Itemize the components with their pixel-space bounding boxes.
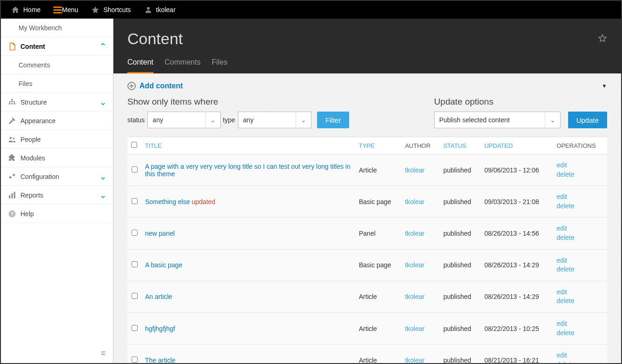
filter-button[interactable]: Filter [317,112,349,128]
file-icon [7,42,17,51]
header-title[interactable]: TITLE [141,137,355,154]
toolbar-user[interactable]: tkolear [138,0,182,19]
sidebar-item-label: Help [20,210,34,218]
svg-rect-4 [14,103,15,104]
author-link[interactable]: tkolear [405,166,424,174]
cell-updated: 09/06/2013 - 12:06 [481,154,553,186]
cell-status: published [440,281,481,312]
sidebar-item-comments[interactable]: Comments [1,56,113,74]
content-title-link[interactable]: An article [145,293,172,300]
content-title-link[interactable]: new panel [145,230,175,237]
sidebar-item-appearance[interactable]: Appearance [1,112,113,130]
menu-icon [53,7,62,13]
content-title-link[interactable]: Something else [145,198,190,205]
row-checkbox[interactable] [132,198,138,204]
collapse-icon [100,351,106,357]
edit-link[interactable]: edit [556,256,603,265]
cell-updated: 08/21/2013 - 16:21 [481,344,553,363]
tab-files[interactable]: Files [212,58,227,73]
user-icon [144,6,152,14]
row-checkbox[interactable] [132,230,138,236]
favorite-star[interactable] [598,33,607,44]
row-checkbox[interactable] [132,325,138,331]
status-label: status [127,116,145,124]
edit-link[interactable]: edit [556,319,603,329]
delete-link[interactable]: delete [556,233,603,243]
tab-content[interactable]: Content [127,58,153,73]
content-title-link[interactable]: A basic page [145,261,182,269]
delete-link[interactable]: delete [556,202,603,211]
author-link[interactable]: tkolear [405,325,424,332]
update-select[interactable]: Publish selected content ⌄ [434,112,561,128]
sidebar-collapse[interactable] [1,346,113,363]
header-author[interactable]: AUTHOR [401,137,439,154]
author-link[interactable]: tkolear [405,198,424,205]
author-link[interactable]: tkolear [405,230,424,237]
row-checkbox[interactable] [132,293,138,299]
sidebar-item-help[interactable]: ?Help [1,205,113,223]
home-icon [11,6,20,14]
content-title-link[interactable]: hgfjhgfjhgf [145,325,175,332]
add-content-link[interactable]: Add content [127,82,183,90]
header-checkbox[interactable] [127,137,141,154]
cell-type: Article [355,344,401,363]
header-status[interactable]: STATUS [440,137,481,154]
toolbar-menu-label: Menu [62,6,78,13]
content-title-link[interactable]: A page with a very very very long title … [145,163,351,178]
header-updated[interactable]: UPDATED [481,137,553,154]
header-type[interactable]: TYPE [355,137,401,154]
cell-status: published [440,218,481,249]
cell-type: Basic page [355,249,401,281]
sidebar-item-configuration[interactable]: Configuration⌄ [1,167,113,186]
status-select[interactable]: any ⌄ [147,112,221,128]
update-button[interactable]: Update [568,112,607,128]
row-checkbox[interactable] [132,261,138,267]
author-link[interactable]: tkolear [405,261,424,269]
chevron-down-icon: ⌄ [205,112,216,128]
toolbar-home[interactable]: Home [5,0,47,19]
sidebar-item-modules[interactable]: Modules [1,149,113,167]
edit-link[interactable]: edit [556,192,603,202]
toolbar-shortcuts[interactable]: Shortcuts [85,0,137,19]
delete-link[interactable]: delete [556,329,603,338]
sidebar-item-files[interactable]: Files [1,74,113,93]
table-row: new panelPaneltkolearpublished08/26/2013… [127,218,607,249]
update-heading: Update options [434,97,607,107]
chevron-down-icon: ⌄ [545,112,556,128]
sidebar-item-reports[interactable]: Reports⌄ [1,186,113,205]
toolbar-shortcuts-label: Shortcuts [103,6,131,13]
content-title-link[interactable]: The article [145,357,175,363]
type-select[interactable]: any ⌄ [238,112,311,128]
sidebar-item-people[interactable]: People [1,130,113,149]
row-checkbox[interactable] [132,357,138,363]
delete-link[interactable]: delete [556,265,603,274]
edit-link[interactable]: edit [556,288,603,297]
delete-link[interactable]: delete [556,297,603,306]
modules-icon [7,154,17,162]
star-outline-icon [598,33,607,43]
row-checkbox[interactable] [132,166,138,172]
edit-link[interactable]: edit [556,161,603,170]
author-link[interactable]: tkolear [405,357,424,363]
delete-link[interactable]: delete [556,360,603,363]
tab-comments[interactable]: Comments [165,58,200,73]
edit-link[interactable]: edit [556,351,603,360]
toolbar-menu[interactable]: Menu [47,0,85,19]
select-all-checkbox[interactable] [131,142,137,148]
add-content-label: Add content [139,82,183,90]
svg-point-0 [147,7,150,10]
edit-link[interactable]: edit [556,224,603,233]
sidebar-item-label: People [20,136,41,143]
sidebar-item-content[interactable]: Content⌃ [1,37,113,56]
sidebar-item-my-workbench[interactable]: My Workbench [1,19,113,37]
update-group: Update options Publish selected content … [434,97,607,128]
chevron-up-icon: ⌃ [99,41,106,52]
delete-link[interactable]: delete [556,170,603,179]
chevron-down-icon: ⌄ [99,190,106,200]
sidebar-item-structure[interactable]: Structure⌄ [1,93,113,112]
svg-rect-8 [12,193,13,198]
disclosure-toggle[interactable]: ▼ [602,83,607,89]
cell-status: published [440,154,481,186]
author-link[interactable]: tkolear [405,293,424,300]
content-table: TITLE TYPE AUTHOR STATUS UPDATED OPERATI… [127,137,607,363]
